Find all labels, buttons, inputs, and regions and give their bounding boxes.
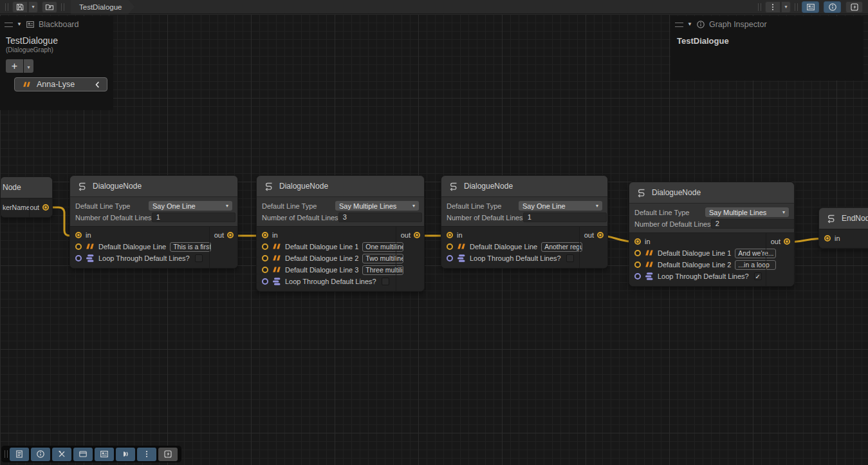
number-of-lines-input[interactable]: 2 <box>711 219 795 229</box>
property-row: Default Line TypeSay Multiple Lines▾ <box>262 201 419 211</box>
node-title-bar: Node <box>1 177 52 198</box>
bottom-toolbar-grip[interactable] <box>5 450 8 458</box>
toolbar-grip[interactable] <box>758 3 761 11</box>
quote-icon <box>272 265 281 274</box>
port-label: Loop Through Default Lines? <box>470 254 561 262</box>
port-row: Loop Through Default Lines?✓ <box>629 270 766 282</box>
dialogue-line-port[interactable] <box>262 255 268 261</box>
graph-canvas[interactable]: NodekerNameoutDialogueNodeDefault Line T… <box>0 14 868 465</box>
inspector-collapse-caret-icon[interactable]: ▼ <box>687 22 692 27</box>
dialogue-line-port[interactable] <box>447 243 453 250</box>
panel-toggle-blackboard-button[interactable] <box>95 448 114 461</box>
loop-checkbox[interactable]: ✓ <box>754 272 762 280</box>
property-row: Default Line TypeSay One Line▾ <box>447 201 602 211</box>
save-caret-button[interactable]: ▾ <box>28 1 38 13</box>
toolbar-right-group: ▾ <box>758 1 863 13</box>
dialogue-line-field[interactable]: Another regu <box>541 242 582 252</box>
blackboard-drag-handle-icon[interactable] <box>5 23 13 27</box>
exec-in-port[interactable] <box>824 235 831 242</box>
dialogue-line-port[interactable] <box>634 261 641 268</box>
dialogue-node[interactable]: DialogueNodeDefault Line TypeSay One Lin… <box>69 175 238 269</box>
dialogue-node[interactable]: DialogueNodeDefault Line TypeSay One Lin… <box>441 175 608 269</box>
loop-port[interactable] <box>262 278 268 285</box>
node-flow-icon <box>77 181 88 192</box>
caret-down-icon: ▾ <box>412 204 415 209</box>
options-kebab-caret-button[interactable]: ▾ <box>781 1 791 13</box>
number-of-lines-input[interactable]: 1 <box>152 213 235 222</box>
graph-breadcrumb-tab[interactable]: TestDialogue <box>71 0 134 14</box>
loop-port[interactable] <box>447 255 453 261</box>
toolbar-grip[interactable] <box>795 3 798 11</box>
property-label: Default Line Type <box>262 202 335 210</box>
blackboard-panel: ▼ Blackboard TestDialogue (DialogueGraph… <box>0 16 113 110</box>
folder-open-icon <box>45 3 54 12</box>
panel-toggle-speaker-button[interactable] <box>116 448 135 461</box>
kebab-icon <box>142 450 151 459</box>
exec-in-port[interactable] <box>75 232 82 238</box>
panel-toggle-spark-button[interactable] <box>158 448 178 461</box>
port-label: Default Dialogue Line <box>98 243 166 251</box>
add-variable-button[interactable]: + <box>6 59 23 73</box>
line-type-dropdown[interactable]: Say Multiple Lines▾ <box>705 207 789 217</box>
output-port-label: out <box>401 231 411 239</box>
partial-node[interactable]: NodekerNameout <box>0 176 53 218</box>
exec-out-port[interactable] <box>42 204 49 211</box>
dialogue-node[interactable]: DialogueNodeDefault Line TypeSay Multipl… <box>256 175 425 292</box>
toggle-spark-button[interactable] <box>845 1 863 13</box>
exec-out-port[interactable] <box>227 232 234 238</box>
options-kebab-button[interactable] <box>765 1 780 13</box>
toolbar-grip[interactable] <box>61 3 64 11</box>
exec-in-port[interactable] <box>634 238 641 245</box>
line-type-dropdown[interactable]: Say Multiple Lines▾ <box>335 201 419 211</box>
spark-icon <box>850 3 859 12</box>
loop-port[interactable] <box>75 255 82 261</box>
toggle-blackboard-button[interactable] <box>802 1 819 13</box>
exec-out-port[interactable] <box>414 232 420 238</box>
line-type-dropdown[interactable]: Say One Line▾ <box>519 201 602 211</box>
exec-out-port[interactable] <box>784 238 790 245</box>
number-of-lines-input[interactable]: 1 <box>523 213 607 222</box>
output-port-row: out <box>30 202 49 213</box>
variable-pill-anna-lyse[interactable]: Anna-Lyse <box>14 77 107 91</box>
quote-icon <box>272 254 281 263</box>
output-ports-column: out <box>396 227 424 291</box>
dialogue-line-port[interactable] <box>262 267 268 273</box>
panel-toggle-kebab-button[interactable] <box>137 448 156 461</box>
dialogue-line-port[interactable] <box>634 250 641 256</box>
node-title-label: Node <box>3 183 21 192</box>
blackboard-icon <box>806 3 815 12</box>
loop-port[interactable] <box>634 273 641 280</box>
panel-toggle-info-button[interactable] <box>31 448 50 461</box>
blackboard-collapse-caret-icon[interactable]: ▼ <box>17 22 22 27</box>
folder-open-button[interactable] <box>42 1 57 13</box>
inspector-drag-handle-icon[interactable] <box>675 23 683 27</box>
node-ports-section: inDefault Dialogue LineThis is a firstLo… <box>70 226 237 268</box>
end-node[interactable]: EndNodein <box>818 207 868 249</box>
dialogue-line-port[interactable] <box>75 243 82 250</box>
panel-toggle-doc-button[interactable] <box>10 448 29 461</box>
loop-checkbox[interactable] <box>382 278 389 285</box>
property-label: Default Line Type <box>447 202 519 210</box>
quote-icon <box>23 81 31 88</box>
toolbar-grip[interactable] <box>5 3 8 11</box>
save-button[interactable] <box>12 1 28 13</box>
number-of-lines-input[interactable]: 3 <box>338 213 422 222</box>
line-type-dropdown[interactable]: Say One Line▾ <box>149 201 232 211</box>
file-button-group: ▾ <box>12 1 57 13</box>
output-port-row: out <box>214 229 234 241</box>
chevron-left-icon[interactable] <box>93 81 102 88</box>
port-label: Loop Through Default Lines? <box>658 272 749 280</box>
dialogue-line-field[interactable]: This is a first <box>170 242 211 252</box>
panel-toggle-window-button[interactable] <box>73 448 93 461</box>
loop-stack-icon <box>86 254 95 263</box>
exec-in-port[interactable] <box>262 232 268 238</box>
toggle-info-button[interactable] <box>824 1 841 13</box>
dialogue-line-port[interactable] <box>262 243 268 250</box>
panel-toggle-tools-button[interactable] <box>52 448 71 461</box>
add-variable-caret-button[interactable]: ▾ <box>24 59 33 73</box>
exec-in-port[interactable] <box>447 232 453 238</box>
loop-checkbox[interactable] <box>195 254 203 262</box>
exec-out-port[interactable] <box>597 232 604 238</box>
dialogue-node[interactable]: DialogueNodeDefault Line TypeSay Multipl… <box>629 182 795 287</box>
loop-checkbox[interactable] <box>566 254 574 262</box>
